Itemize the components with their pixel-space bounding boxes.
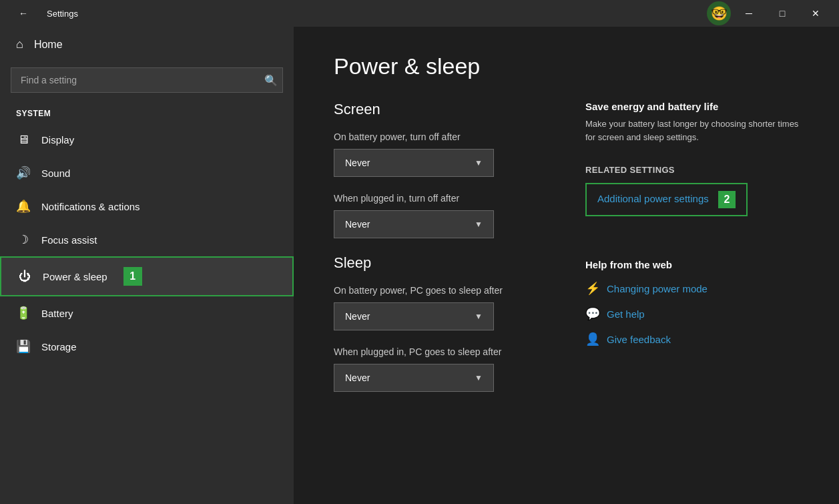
changing-power-mode-link[interactable]: ⚡ Changing power mode <box>585 281 799 296</box>
sleep-plugged-label: When plugged in, PC goes to sleep after <box>334 346 545 357</box>
back-button[interactable]: ← <box>8 3 39 24</box>
avatar: 🤓 <box>707 1 731 25</box>
screen-plugged-arrow: ▼ <box>475 220 483 229</box>
home-icon: ⌂ <box>16 37 23 51</box>
additional-power-badge: 2 <box>718 191 736 208</box>
sidebar-item-notifications[interactable]: 🔔 Notifications & actions <box>0 190 294 223</box>
sleep-plugged-dropdown[interactable]: Never ▼ <box>334 364 494 392</box>
sleep-section-title: Sleep <box>334 254 545 272</box>
screen-plugged-label: When plugged in, turn off after <box>334 193 545 204</box>
sidebar-item-storage[interactable]: 💾 Storage <box>0 330 294 363</box>
screen-plugged-dropdown[interactable]: Never ▼ <box>334 210 494 238</box>
sidebar: ⌂ Home 🔍 System 🖥 Display 🔊 Sound 🔔 Noti… <box>0 27 294 504</box>
screen-section-title: Screen <box>334 101 545 118</box>
sidebar-item-focus-label: Focus assist <box>41 234 97 246</box>
sidebar-item-display[interactable]: 🖥 Display <box>0 123 294 156</box>
sidebar-item-storage-label: Storage <box>41 341 77 352</box>
app-body: ⌂ Home 🔍 System 🖥 Display 🔊 Sound 🔔 Noti… <box>0 27 839 504</box>
get-help-label: Get help <box>607 308 645 320</box>
maximize-button[interactable]: □ <box>767 3 798 24</box>
sidebar-section-label: System <box>0 103 294 123</box>
changing-power-icon: ⚡ <box>585 281 600 296</box>
titlebar: ← Settings 🤓 ─ □ ✕ <box>0 0 839 27</box>
screen-battery-value: Never <box>345 158 370 168</box>
sleep-battery-value: Never <box>345 311 370 322</box>
minimize-button[interactable]: ─ <box>734 3 764 24</box>
get-help-icon: 💬 <box>585 306 600 321</box>
give-feedback-link[interactable]: 👤 Give feedback <box>585 332 799 346</box>
sleep-plugged-value: Never <box>345 372 370 383</box>
save-energy-title: Save energy and battery life <box>585 101 799 112</box>
screen-battery-arrow: ▼ <box>475 158 483 168</box>
screen-battery-dropdown[interactable]: Never ▼ <box>334 149 494 177</box>
focus-icon: ☽ <box>16 232 31 247</box>
main-content: Power & sleep Screen On battery power, t… <box>294 27 839 504</box>
sleep-battery-dropdown[interactable]: Never ▼ <box>334 302 494 330</box>
additional-power-link[interactable]: Additional power settings 2 <box>585 183 748 216</box>
sleep-battery-arrow: ▼ <box>475 312 483 321</box>
titlebar-left: ← Settings <box>8 3 78 24</box>
page-title: Power & sleep <box>334 53 799 79</box>
sleep-battery-label: On battery power, PC goes to sleep after <box>334 285 545 296</box>
related-settings-label: Related settings <box>585 165 799 175</box>
save-energy-desc: Make your battery last longer by choosin… <box>585 117 799 144</box>
sidebar-item-display-label: Display <box>41 134 74 146</box>
search-button[interactable]: 🔍 <box>264 74 278 87</box>
screen-battery-label: On battery power, turn off after <box>334 132 545 142</box>
changing-power-label: Changing power mode <box>607 283 708 294</box>
additional-power-label: Additional power settings <box>597 193 709 204</box>
sound-icon: 🔊 <box>16 166 31 180</box>
content-layout: Screen On battery power, turn off after … <box>334 101 799 408</box>
power-icon: ⏻ <box>17 270 32 284</box>
give-feedback-icon: 👤 <box>585 332 600 346</box>
get-help-link[interactable]: 💬 Get help <box>585 306 799 321</box>
content-main: Screen On battery power, turn off after … <box>334 101 545 408</box>
notifications-icon: 🔔 <box>16 199 31 214</box>
screen-plugged-value: Never <box>345 219 370 230</box>
sidebar-item-power[interactable]: ⏻ Power & sleep 1 <box>0 256 294 296</box>
close-button[interactable]: ✕ <box>800 3 831 24</box>
help-title: Help from the web <box>585 259 799 270</box>
give-feedback-label: Give feedback <box>607 334 671 345</box>
search-box: 🔍 <box>11 67 283 93</box>
sidebar-item-focus[interactable]: ☽ Focus assist <box>0 223 294 256</box>
display-icon: 🖥 <box>16 133 31 147</box>
storage-icon: 💾 <box>16 339 31 354</box>
sidebar-item-power-label: Power & sleep <box>43 271 107 282</box>
home-nav-item[interactable]: ⌂ Home <box>0 27 294 62</box>
sidebar-item-battery[interactable]: 🔋 Battery <box>0 296 294 330</box>
sidebar-item-sound-label: Sound <box>41 168 70 179</box>
titlebar-controls: 🤓 ─ □ ✕ <box>707 1 831 25</box>
home-label: Home <box>34 39 63 51</box>
power-active-badge: 1 <box>123 267 142 286</box>
sidebar-item-battery-label: Battery <box>41 308 73 319</box>
content-side: Save energy and battery life Make your b… <box>585 101 799 408</box>
sleep-plugged-arrow: ▼ <box>475 373 483 383</box>
search-input[interactable] <box>11 67 283 93</box>
sidebar-item-notifications-label: Notifications & actions <box>41 201 140 212</box>
app-title: Settings <box>47 9 78 19</box>
battery-icon: 🔋 <box>16 306 31 320</box>
sidebar-item-sound[interactable]: 🔊 Sound <box>0 156 294 190</box>
